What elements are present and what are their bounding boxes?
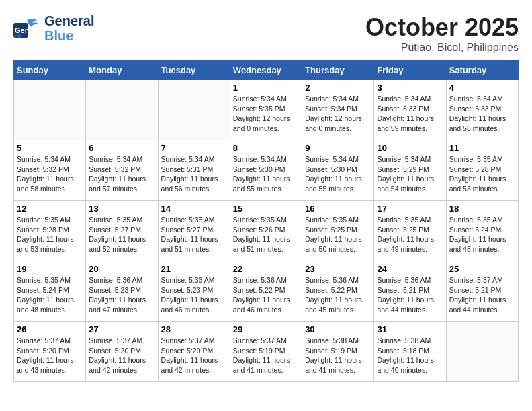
day-info: Sunrise: 5:36 AM Sunset: 5:23 PM Dayligh… bbox=[89, 275, 154, 315]
logo-general: General bbox=[44, 13, 94, 28]
day-cell: 2Sunrise: 5:34 AM Sunset: 5:34 PM Daylig… bbox=[302, 80, 374, 140]
day-info: Sunrise: 5:35 AM Sunset: 5:28 PM Dayligh… bbox=[17, 215, 83, 255]
day-number: 25 bbox=[449, 264, 515, 274]
weekday-header-monday: Monday bbox=[86, 61, 158, 80]
day-cell bbox=[446, 322, 518, 382]
day-info: Sunrise: 5:37 AM Sunset: 5:21 PM Dayligh… bbox=[449, 275, 515, 315]
day-number: 17 bbox=[377, 203, 443, 214]
calendar-table: SundayMondayTuesdayWednesdayThursdayFrid… bbox=[13, 60, 519, 382]
day-info: Sunrise: 5:36 AM Sunset: 5:22 PM Dayligh… bbox=[305, 275, 371, 315]
day-number: 19 bbox=[17, 264, 83, 274]
page-header: Gene ral General Blue October 2025 Putia… bbox=[13, 13, 519, 54]
week-row-2: 5Sunrise: 5:34 AM Sunset: 5:32 PM Daylig… bbox=[14, 140, 519, 201]
day-info: Sunrise: 5:35 AM Sunset: 5:24 PM Dayligh… bbox=[17, 275, 83, 315]
week-row-5: 26Sunrise: 5:37 AM Sunset: 5:20 PM Dayli… bbox=[14, 322, 519, 382]
day-number: 15 bbox=[233, 203, 299, 214]
day-info: Sunrise: 5:36 AM Sunset: 5:22 PM Dayligh… bbox=[233, 275, 299, 315]
day-cell: 21Sunrise: 5:36 AM Sunset: 5:23 PM Dayli… bbox=[158, 261, 230, 322]
day-cell: 11Sunrise: 5:35 AM Sunset: 5:28 PM Dayli… bbox=[446, 140, 518, 201]
day-cell: 1Sunrise: 5:34 AM Sunset: 5:35 PM Daylig… bbox=[230, 80, 302, 140]
day-cell: 30Sunrise: 5:38 AM Sunset: 5:19 PM Dayli… bbox=[302, 322, 374, 382]
day-cell: 13Sunrise: 5:35 AM Sunset: 5:27 PM Dayli… bbox=[86, 201, 158, 261]
day-info: Sunrise: 5:34 AM Sunset: 5:32 PM Dayligh… bbox=[89, 154, 154, 194]
month-title: October 2025 bbox=[365, 13, 519, 42]
title-section: October 2025 Putiao, Bicol, Philippines bbox=[365, 13, 519, 54]
day-info: Sunrise: 5:36 AM Sunset: 5:23 PM Dayligh… bbox=[161, 275, 227, 315]
day-number: 29 bbox=[233, 324, 299, 334]
day-number: 7 bbox=[161, 143, 227, 153]
day-cell: 4Sunrise: 5:34 AM Sunset: 5:33 PM Daylig… bbox=[446, 80, 518, 140]
day-number: 8 bbox=[233, 143, 299, 153]
day-cell: 26Sunrise: 5:37 AM Sunset: 5:20 PM Dayli… bbox=[14, 322, 86, 382]
day-cell: 22Sunrise: 5:36 AM Sunset: 5:22 PM Dayli… bbox=[230, 261, 302, 322]
day-number: 20 bbox=[89, 264, 154, 274]
weekday-header-tuesday: Tuesday bbox=[158, 61, 230, 80]
day-number: 22 bbox=[233, 264, 299, 274]
day-number: 1 bbox=[233, 83, 299, 93]
weekday-header-saturday: Saturday bbox=[446, 61, 518, 80]
day-number: 4 bbox=[449, 83, 515, 93]
day-cell: 31Sunrise: 5:38 AM Sunset: 5:18 PM Dayli… bbox=[374, 322, 446, 382]
day-cell: 12Sunrise: 5:35 AM Sunset: 5:28 PM Dayli… bbox=[14, 201, 86, 261]
day-cell: 15Sunrise: 5:35 AM Sunset: 5:26 PM Dayli… bbox=[230, 201, 302, 261]
day-cell: 20Sunrise: 5:36 AM Sunset: 5:23 PM Dayli… bbox=[86, 261, 158, 322]
day-info: Sunrise: 5:34 AM Sunset: 5:34 PM Dayligh… bbox=[305, 94, 371, 134]
day-info: Sunrise: 5:35 AM Sunset: 5:27 PM Dayligh… bbox=[89, 215, 154, 255]
day-cell: 9Sunrise: 5:34 AM Sunset: 5:30 PM Daylig… bbox=[302, 140, 374, 201]
day-cell: 3Sunrise: 5:34 AM Sunset: 5:33 PM Daylig… bbox=[374, 80, 446, 140]
logo: Gene ral General Blue bbox=[13, 13, 94, 43]
day-cell: 14Sunrise: 5:35 AM Sunset: 5:27 PM Dayli… bbox=[158, 201, 230, 261]
weekday-header-row: SundayMondayTuesdayWednesdayThursdayFrid… bbox=[14, 61, 519, 80]
day-info: Sunrise: 5:37 AM Sunset: 5:19 PM Dayligh… bbox=[233, 336, 299, 375]
day-info: Sunrise: 5:37 AM Sunset: 5:20 PM Dayligh… bbox=[161, 336, 227, 375]
weekday-header-friday: Friday bbox=[374, 61, 446, 80]
day-info: Sunrise: 5:34 AM Sunset: 5:33 PM Dayligh… bbox=[377, 94, 443, 134]
day-info: Sunrise: 5:38 AM Sunset: 5:18 PM Dayligh… bbox=[377, 336, 443, 375]
day-cell: 29Sunrise: 5:37 AM Sunset: 5:19 PM Dayli… bbox=[230, 322, 302, 382]
day-number: 11 bbox=[449, 143, 515, 153]
day-number: 2 bbox=[305, 83, 371, 93]
day-number: 18 bbox=[449, 203, 515, 214]
day-cell: 28Sunrise: 5:37 AM Sunset: 5:20 PM Dayli… bbox=[158, 322, 230, 382]
location: Putiao, Bicol, Philippines bbox=[365, 42, 519, 54]
week-row-1: 1Sunrise: 5:34 AM Sunset: 5:35 PM Daylig… bbox=[14, 80, 519, 140]
day-cell: 17Sunrise: 5:35 AM Sunset: 5:25 PM Dayli… bbox=[374, 201, 446, 261]
day-number: 3 bbox=[377, 83, 443, 93]
day-cell: 18Sunrise: 5:35 AM Sunset: 5:24 PM Dayli… bbox=[446, 201, 518, 261]
day-number: 24 bbox=[377, 264, 443, 274]
day-info: Sunrise: 5:34 AM Sunset: 5:32 PM Dayligh… bbox=[17, 154, 83, 194]
day-number: 13 bbox=[89, 203, 154, 214]
weekday-header-sunday: Sunday bbox=[14, 61, 86, 80]
day-info: Sunrise: 5:35 AM Sunset: 5:24 PM Dayligh… bbox=[449, 215, 515, 255]
day-info: Sunrise: 5:35 AM Sunset: 5:25 PM Dayligh… bbox=[305, 215, 371, 255]
day-cell: 8Sunrise: 5:34 AM Sunset: 5:30 PM Daylig… bbox=[230, 140, 302, 201]
day-cell bbox=[86, 80, 158, 140]
day-number: 10 bbox=[377, 143, 443, 153]
weekday-header-wednesday: Wednesday bbox=[230, 61, 302, 80]
day-info: Sunrise: 5:34 AM Sunset: 5:30 PM Dayligh… bbox=[305, 154, 371, 194]
day-number: 27 bbox=[89, 324, 154, 334]
day-info: Sunrise: 5:38 AM Sunset: 5:19 PM Dayligh… bbox=[305, 336, 371, 375]
day-number: 26 bbox=[17, 324, 83, 334]
day-cell: 10Sunrise: 5:34 AM Sunset: 5:29 PM Dayli… bbox=[374, 140, 446, 201]
day-info: Sunrise: 5:35 AM Sunset: 5:26 PM Dayligh… bbox=[233, 215, 299, 255]
day-info: Sunrise: 5:37 AM Sunset: 5:20 PM Dayligh… bbox=[89, 336, 154, 375]
day-cell: 23Sunrise: 5:36 AM Sunset: 5:22 PM Dayli… bbox=[302, 261, 374, 322]
day-number: 6 bbox=[89, 143, 154, 153]
logo-blue: Blue bbox=[44, 28, 94, 43]
day-cell: 25Sunrise: 5:37 AM Sunset: 5:21 PM Dayli… bbox=[446, 261, 518, 322]
day-info: Sunrise: 5:34 AM Sunset: 5:31 PM Dayligh… bbox=[161, 154, 227, 194]
day-info: Sunrise: 5:36 AM Sunset: 5:21 PM Dayligh… bbox=[377, 275, 443, 315]
day-cell: 6Sunrise: 5:34 AM Sunset: 5:32 PM Daylig… bbox=[86, 140, 158, 201]
day-cell bbox=[158, 80, 230, 140]
day-cell: 16Sunrise: 5:35 AM Sunset: 5:25 PM Dayli… bbox=[302, 201, 374, 261]
day-info: Sunrise: 5:35 AM Sunset: 5:25 PM Dayligh… bbox=[377, 215, 443, 255]
day-cell: 19Sunrise: 5:35 AM Sunset: 5:24 PM Dayli… bbox=[14, 261, 86, 322]
day-number: 30 bbox=[305, 324, 371, 334]
day-info: Sunrise: 5:34 AM Sunset: 5:33 PM Dayligh… bbox=[449, 94, 515, 134]
day-cell: 24Sunrise: 5:36 AM Sunset: 5:21 PM Dayli… bbox=[374, 261, 446, 322]
day-info: Sunrise: 5:35 AM Sunset: 5:28 PM Dayligh… bbox=[449, 154, 515, 194]
day-info: Sunrise: 5:34 AM Sunset: 5:29 PM Dayligh… bbox=[377, 154, 443, 194]
day-number: 23 bbox=[305, 264, 371, 274]
day-number: 28 bbox=[161, 324, 227, 334]
